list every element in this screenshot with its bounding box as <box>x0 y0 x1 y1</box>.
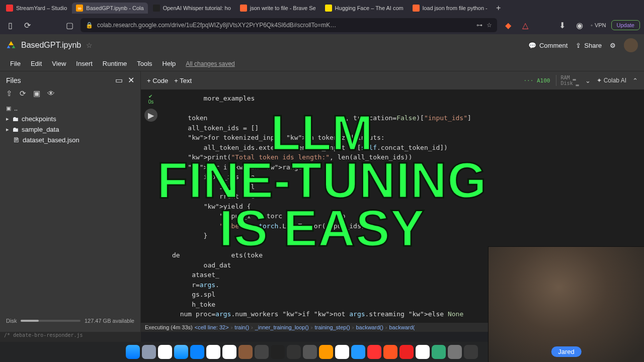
upload-icon[interactable]: ⇧ <box>6 89 13 98</box>
file-tree: ▣.. ▸🖿checkpoints ▸🖿sample_data 🖹dataset… <box>6 103 134 145</box>
star-button[interactable]: ☆ <box>86 41 93 49</box>
calendar-icon[interactable] <box>206 345 220 359</box>
menu-tools[interactable]: Tools <box>133 58 156 69</box>
share-icon: ⇪ <box>576 42 581 49</box>
stack-frame[interactable]: backward() <box>356 324 383 330</box>
document-title[interactable]: BasedGPT.ipynb <box>21 41 81 50</box>
editor-menu-caret[interactable]: ⌃ <box>632 77 638 84</box>
browser-tab[interactable]: OpenAI Whisper tutorial: ho <box>149 3 235 14</box>
chrome-icon[interactable] <box>335 345 349 359</box>
warning-icon[interactable]: △ <box>519 19 531 31</box>
refresh-icon[interactable]: ⟳ <box>20 89 26 98</box>
url-text: colab.research.google.com/drive/1uE2fpqW… <box>97 22 472 29</box>
stack-frame[interactable]: backward( <box>389 324 415 330</box>
folder-icon: 🖿 <box>12 115 19 123</box>
browser-tab[interactable]: Hugging Face – The AI com <box>321 3 408 14</box>
browser-tab[interactable]: ∞BasedGPT.ipynb - Cola <box>72 3 147 14</box>
tree-file[interactable]: 🖹dataset_based.json <box>6 135 134 145</box>
telegram-icon[interactable] <box>351 345 365 359</box>
sublime-icon[interactable] <box>319 345 333 359</box>
browser-tab[interactable]: load json from file python - <box>409 3 492 14</box>
tree-folder[interactable]: ▸🖿sample_data <box>6 124 134 135</box>
toggle-hidden-icon[interactable]: 👁 <box>47 89 55 98</box>
add-text-button[interactable]: + Text <box>174 77 192 84</box>
vpn-badge[interactable]: ◦VPN <box>591 22 606 28</box>
photos-icon[interactable] <box>222 345 236 359</box>
key-icon[interactable]: ⊶ <box>476 22 482 29</box>
editor-tab-strip: /* debate-bro-responder.js <box>0 332 141 342</box>
stack-frame[interactable]: _inner_training_loop() <box>255 324 309 330</box>
menu-edit[interactable]: Edit <box>27 58 46 69</box>
stack-frame[interactable]: <cell line: 32> <box>195 324 229 330</box>
site-icon <box>153 5 160 12</box>
shield-icon[interactable]: ▢ <box>63 19 75 31</box>
comment-button[interactable]: 💬Comment <box>528 42 568 49</box>
browser-tab-strip: StreamYard – Studio ∞BasedGPT.ipynb - Co… <box>0 0 644 16</box>
app-icon[interactable] <box>448 345 462 359</box>
chevron-right-icon: ▸ <box>6 116 9 122</box>
menu-runtime[interactable]: Runtime <box>99 58 131 69</box>
menu-help[interactable]: Help <box>158 58 180 69</box>
app-icon[interactable] <box>255 345 269 359</box>
save-status[interactable]: All changes saved <box>186 60 234 67</box>
tree-up[interactable]: ▣.. <box>6 103 134 114</box>
files-toolbar: ⇧ ⟳ ▣ 👁 <box>6 89 134 98</box>
menu-file[interactable]: File <box>6 58 25 69</box>
update-button[interactable]: Update <box>611 20 640 30</box>
settings-icon[interactable]: ⚙ <box>610 42 616 49</box>
resource-meter[interactable]: RAM ▂ Disk ▂ <box>556 75 579 86</box>
site-icon <box>6 5 13 12</box>
reload-icon[interactable]: ⟳ <box>21 19 33 31</box>
download-icon[interactable]: ⬇ <box>556 19 569 31</box>
brave-shield-icon[interactable]: ◆ <box>502 19 514 31</box>
add-code-button[interactable]: + Code <box>147 77 168 84</box>
app-icon[interactable] <box>399 345 414 359</box>
runtime-type[interactable]: ··· A100 <box>523 77 550 84</box>
file-icon: 🖹 <box>13 136 20 144</box>
star-icon[interactable]: ☆ <box>487 22 492 29</box>
colab-ai-button[interactable]: ✦ Colab AI <box>597 77 626 84</box>
site-icon <box>325 5 332 12</box>
address-bar: ▯ ⟳ ▢ 🔒 colab.research.google.com/drive/… <box>0 16 644 34</box>
colab-header: BasedGPT.ipynb ☆ 💬Comment ⇪Share ⚙ <box>0 34 644 56</box>
app-icon[interactable] <box>190 345 204 359</box>
new-tab-button[interactable]: + <box>493 2 505 14</box>
side-panel-icon[interactable]: ▯ <box>4 19 16 31</box>
app-icon[interactable] <box>464 345 478 359</box>
share-button[interactable]: ⇪Share <box>576 42 602 49</box>
menu-insert[interactable]: Insert <box>72 58 97 69</box>
site-icon <box>240 5 247 12</box>
new-window-icon[interactable]: ▭ <box>115 75 123 85</box>
menu-view[interactable]: View <box>48 58 70 69</box>
cell-status-check-icon: ✔0s <box>148 94 154 105</box>
presenter-name-tag: Jared <box>551 346 582 357</box>
app-icon[interactable] <box>287 345 301 359</box>
finder-icon[interactable] <box>126 345 140 359</box>
stack-frame[interactable]: train() <box>234 324 249 330</box>
figma-icon[interactable] <box>271 345 285 359</box>
tree-folder[interactable]: ▸🖿checkpoints <box>6 114 134 124</box>
app-icon[interactable] <box>142 345 156 359</box>
close-panel-icon[interactable]: ✕ <box>128 75 134 85</box>
app-icon[interactable] <box>303 345 317 359</box>
app-icon[interactable] <box>367 345 381 359</box>
runtime-menu-caret[interactable]: ⌄ <box>585 77 591 84</box>
account-icon[interactable]: ◉ <box>574 19 586 31</box>
brave-icon[interactable] <box>383 345 397 359</box>
url-field[interactable]: 🔒 colab.research.google.com/drive/1uE2fp… <box>80 18 497 32</box>
avatar[interactable] <box>624 38 638 52</box>
stack-frame[interactable]: training_step() <box>314 324 350 330</box>
app-icon[interactable] <box>158 345 172 359</box>
folder-icon: 🖿 <box>12 126 19 133</box>
comment-icon: 💬 <box>528 42 536 49</box>
app-icon[interactable] <box>238 345 253 359</box>
run-cell-button[interactable]: ▶ <box>144 109 157 122</box>
app-icon[interactable] <box>432 345 446 359</box>
browser-tab[interactable]: StreamYard – Studio <box>2 3 71 14</box>
webcam-overlay: Jared <box>488 246 644 362</box>
mount-drive-icon[interactable]: ▣ <box>33 89 40 98</box>
disk-usage-bar <box>21 320 80 322</box>
browser-tab[interactable]: json write to file - Brave Se <box>236 3 320 14</box>
app-icon[interactable] <box>416 345 430 359</box>
mail-icon[interactable] <box>174 345 188 359</box>
